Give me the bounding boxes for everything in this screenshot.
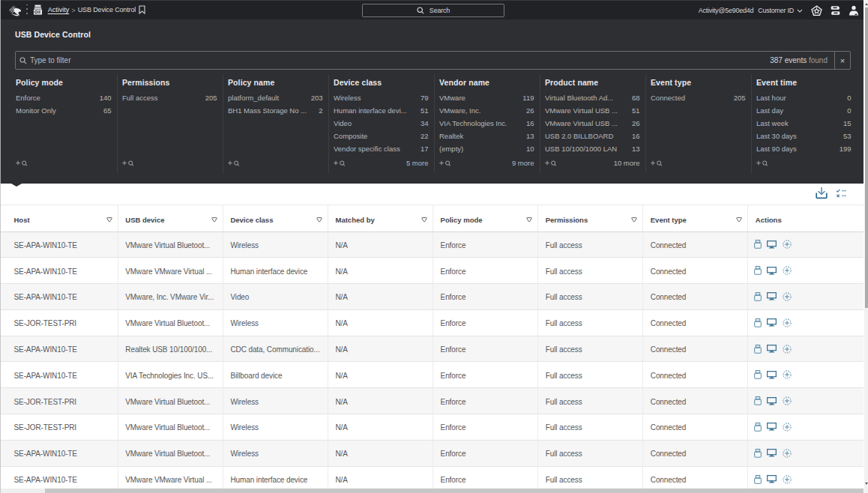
add-to-investigation-button[interactable] bbox=[783, 266, 792, 275]
usb-device-details-button[interactable] bbox=[754, 396, 762, 405]
table-row[interactable]: SE-APA-WIN10-TEVMware, Inc. VMware Vir..… bbox=[0, 284, 864, 310]
drag-handle-dots[interactable] bbox=[26, 4, 28, 14]
notifications-icon[interactable] bbox=[831, 5, 840, 16]
horizontal-scrollbar[interactable] bbox=[0, 489, 864, 493]
column-header-device-class[interactable]: Device class bbox=[223, 205, 328, 232]
facet-more-link[interactable]: 9 more bbox=[512, 159, 534, 167]
facet-value[interactable]: USB 2.0 BILLBOARD16 bbox=[545, 130, 640, 142]
facet-value[interactable]: Video34 bbox=[334, 117, 429, 130]
add-to-investigation-button[interactable] bbox=[783, 345, 792, 354]
table-row[interactable]: SE-APA-WIN10-TEVIA Technologies Inc. US.… bbox=[0, 362, 864, 388]
table-row[interactable]: SE-JOR-TEST-PRIVMware Virtual Bluetoot..… bbox=[0, 388, 864, 414]
column-header-policy-mode[interactable]: Policy mode bbox=[433, 205, 538, 232]
facet-add-filter-button[interactable] bbox=[334, 160, 345, 166]
scroll-up-arrow-icon[interactable] bbox=[865, 3, 868, 5]
vertical-scrollbar[interactable] bbox=[864, 0, 868, 493]
facet-add-filter-button[interactable] bbox=[756, 160, 768, 166]
usb-device-details-button[interactable] bbox=[754, 240, 762, 249]
table-row[interactable]: SE-JOR-TEST-PRIVMware Virtual Bluetoot..… bbox=[0, 309, 864, 336]
usb-device-details-button[interactable] bbox=[754, 345, 762, 354]
column-settings-button[interactable] bbox=[836, 189, 847, 198]
host-details-button[interactable] bbox=[767, 318, 777, 327]
column-header-usb-device[interactable]: USB device bbox=[118, 205, 223, 232]
usb-device-details-button[interactable] bbox=[754, 318, 762, 327]
host-details-button[interactable] bbox=[767, 345, 777, 353]
facet-more-link[interactable]: 10 more bbox=[614, 159, 640, 167]
facet-value[interactable]: Vendor specific class17 bbox=[334, 142, 429, 155]
filter-funnel-icon[interactable] bbox=[211, 217, 217, 223]
customer-id-menu[interactable]: Customer ID bbox=[758, 7, 803, 14]
activity-app-icon[interactable] bbox=[33, 4, 43, 15]
usb-device-details-button[interactable] bbox=[754, 449, 762, 458]
add-to-investigation-button[interactable] bbox=[783, 318, 792, 327]
usb-device-details-button[interactable] bbox=[754, 266, 762, 275]
export-download-button[interactable] bbox=[816, 186, 828, 199]
scroll-down-arrow-icon[interactable] bbox=[865, 483, 868, 485]
facet-add-filter-button[interactable] bbox=[228, 160, 239, 166]
facet-value[interactable]: Virtual Bluetooth Ad...68 bbox=[545, 91, 640, 104]
crowdstrike-falcon-logo[interactable] bbox=[5, 4, 21, 16]
usb-device-details-button[interactable] bbox=[754, 292, 762, 301]
global-search[interactable]: Search bbox=[362, 4, 504, 17]
host-details-button[interactable] bbox=[767, 241, 777, 249]
column-header-event-type[interactable]: Event type bbox=[643, 205, 748, 232]
facet-value[interactable]: VMware Virtual USB ...26 bbox=[545, 117, 640, 130]
filter-funnel-icon[interactable] bbox=[736, 217, 742, 223]
table-row[interactable]: SE-APA-WIN10-TEVMware Virtual Bluetoot..… bbox=[0, 232, 864, 258]
add-to-investigation-button[interactable] bbox=[783, 423, 792, 432]
filter-funnel-icon[interactable] bbox=[316, 217, 322, 223]
usb-device-details-button[interactable] bbox=[754, 370, 762, 379]
facet-value[interactable]: VIA Technologies Inc.16 bbox=[439, 117, 534, 130]
facet-more-link[interactable]: 5 more bbox=[406, 159, 429, 167]
breadcrumb-activity-link[interactable]: Activity bbox=[48, 6, 70, 13]
host-details-button[interactable] bbox=[767, 475, 777, 483]
host-details-button[interactable] bbox=[767, 267, 777, 275]
clear-filter-button[interactable]: × bbox=[834, 52, 850, 69]
facet-value[interactable]: Last 30 days53 bbox=[756, 130, 852, 142]
facet-value[interactable]: Composite22 bbox=[334, 130, 429, 142]
host-details-button[interactable] bbox=[767, 371, 777, 379]
facet-value[interactable]: VMware119 bbox=[439, 91, 534, 104]
falcon-store-icon[interactable] bbox=[811, 5, 822, 16]
host-details-button[interactable] bbox=[767, 397, 777, 405]
facet-value[interactable]: Last week15 bbox=[756, 117, 852, 130]
filter-funnel-icon[interactable] bbox=[631, 217, 637, 223]
column-header-host[interactable]: Host bbox=[0, 205, 118, 232]
facet-add-filter-button[interactable] bbox=[651, 160, 662, 166]
facet-add-filter-button[interactable] bbox=[439, 160, 450, 166]
add-to-investigation-button[interactable] bbox=[783, 292, 792, 301]
host-details-button[interactable] bbox=[767, 292, 777, 300]
facet-add-filter-button[interactable] bbox=[16, 160, 27, 166]
facet-value[interactable]: Realtek13 bbox=[439, 130, 534, 142]
facet-value[interactable]: Human interface devi...51 bbox=[334, 104, 429, 117]
table-row[interactable]: SE-APA-WIN10-TEVMware Virtual Bluetoot..… bbox=[0, 440, 864, 466]
facet-value[interactable]: Last hour0 bbox=[756, 91, 852, 104]
table-row[interactable]: SE-APA-WIN10-TEVMware VMware Virtual ...… bbox=[0, 258, 864, 284]
facet-value[interactable]: Full access205 bbox=[122, 91, 217, 104]
facet-value[interactable]: Last 90 days199 bbox=[756, 142, 852, 155]
filter-funnel-icon[interactable] bbox=[421, 217, 427, 223]
host-details-button[interactable] bbox=[767, 423, 777, 431]
filter-funnel-icon[interactable] bbox=[106, 217, 112, 223]
column-header-permissions[interactable]: Permissions bbox=[538, 205, 643, 232]
facet-value[interactable]: VMware, Inc.26 bbox=[439, 104, 534, 117]
facet-value[interactable]: platform_default203 bbox=[228, 91, 323, 104]
user-profile-icon[interactable] bbox=[849, 5, 859, 16]
table-row[interactable]: SE-JOR-TEST-PRIVMware Virtual Bluetoot..… bbox=[0, 414, 864, 441]
vertical-scrollbar-thumb[interactable] bbox=[865, 7, 868, 308]
facet-value[interactable]: VMware Virtual USB ...51 bbox=[545, 104, 640, 117]
table-row[interactable]: SE-APA-WIN10-TERealtek USB 10/100/100...… bbox=[0, 336, 864, 362]
host-details-button[interactable] bbox=[767, 449, 777, 457]
add-to-investigation-button[interactable] bbox=[783, 396, 792, 405]
column-header-matched-by[interactable]: Matched by bbox=[328, 205, 433, 232]
add-to-investigation-button[interactable] bbox=[783, 449, 792, 458]
add-to-investigation-button[interactable] bbox=[783, 370, 792, 379]
horizontal-scrollbar-thumb[interactable] bbox=[45, 489, 864, 493]
facet-value[interactable]: Last day0 bbox=[756, 104, 852, 117]
usb-device-details-button[interactable] bbox=[754, 475, 762, 484]
facet-add-filter-button[interactable] bbox=[122, 160, 133, 166]
bookmark-icon[interactable] bbox=[139, 5, 145, 14]
add-to-investigation-button[interactable] bbox=[783, 240, 792, 249]
usb-device-details-button[interactable] bbox=[754, 423, 762, 432]
facet-value[interactable]: (empty)10 bbox=[439, 142, 534, 155]
